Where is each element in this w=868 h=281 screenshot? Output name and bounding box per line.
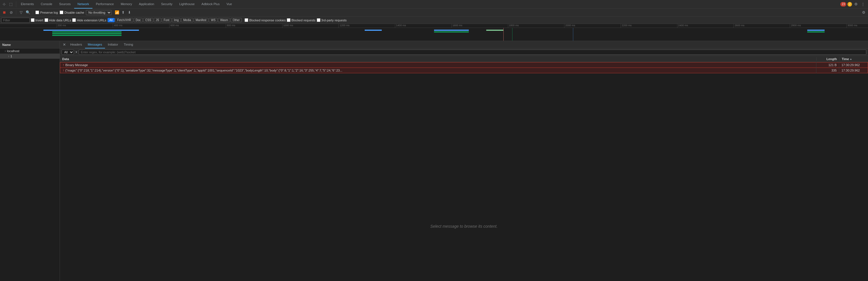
blocked-req-label[interactable]: Blocked requests <box>287 18 315 22</box>
filter-type-ws[interactable]: WS <box>209 18 217 22</box>
invert-label[interactable]: Invert <box>31 18 43 22</box>
ruler-tick: 600 ms <box>169 24 179 28</box>
filter-type-other[interactable]: Other <box>230 18 242 22</box>
record-stop-button[interactable]: ⏹ <box>2 10 7 15</box>
time-column-header[interactable]: Time ▲ <box>839 57 868 61</box>
clear-button[interactable]: ⊘ <box>8 10 14 15</box>
list-item-localhost[interactable]: ↕ localhost <box>0 48 60 54</box>
filter-type-all[interactable]: All <box>107 18 115 22</box>
cursor-icon[interactable]: ⊹ <box>1 1 7 7</box>
net-bar-10 <box>807 31 825 33</box>
messages-filter-input[interactable] <box>79 49 866 55</box>
blocked-cookies-label[interactable]: Blocked response cookies <box>245 18 286 22</box>
filter-type-doc[interactable]: Doc <box>134 18 143 22</box>
blocked-req-checkbox[interactable] <box>287 18 290 22</box>
ruler-tick: 2600 ms <box>733 24 744 28</box>
filter-types: AllFetch/XHRDocCSSJSFontImgMediaManifest… <box>107 18 242 22</box>
wifi-icon[interactable]: 📶 <box>115 10 120 15</box>
hide-ext-urls-label[interactable]: Hide extension URLs <box>72 18 106 22</box>
tab-security[interactable]: Security <box>157 0 176 8</box>
row-data-2: ↑ {"magic":{"0":218,"1":214},"version":{… <box>60 68 816 73</box>
tab-right-area: 23 2 ⚙ ⋮ <box>840 1 868 7</box>
disable-cache-label[interactable]: Disable cache <box>60 10 84 14</box>
tab-vue[interactable]: Vue <box>223 0 236 8</box>
preserve-log-label[interactable]: Preserve log <box>35 10 58 14</box>
left-list: ↕ localhost ↕ 1 <box>0 48 60 281</box>
row-length-1: 121 B <box>816 62 839 68</box>
filter-type-media[interactable]: Media <box>181 18 193 22</box>
tab-application[interactable]: Application <box>135 0 158 8</box>
filter-type-img[interactable]: Img <box>172 18 181 22</box>
throttle-select[interactable]: No throttling <box>86 10 112 15</box>
bottom-message: Select message to browse its content. <box>60 172 868 281</box>
list-item-1[interactable]: ↕ 1 <box>0 54 60 59</box>
devtools-icons: ⊹ ⬚ <box>1 1 16 7</box>
tab-headers[interactable]: Headers <box>67 41 85 48</box>
preserve-log-checkbox[interactable] <box>35 10 39 14</box>
tab-console[interactable]: Console <box>37 0 56 8</box>
tab-adblock[interactable]: Adblock Plus <box>198 0 223 8</box>
filter-type-js[interactable]: JS <box>154 18 161 22</box>
table-row[interactable]: ↑ {"magic":{"0":218,"1":214},"version":{… <box>60 68 868 73</box>
tab-sources[interactable]: Sources <box>56 0 74 8</box>
tab-memory[interactable]: Memory <box>117 0 135 8</box>
row-time-2: 17:30:29.962 <box>839 68 868 73</box>
filter-input[interactable] <box>1 18 30 23</box>
messages-filter-select[interactable]: All <box>62 49 74 55</box>
hide-ext-urls-checkbox[interactable] <box>72 18 76 22</box>
hide-data-urls-label[interactable]: Hide data URLs <box>44 18 71 22</box>
tab-messages[interactable]: Messages <box>85 41 105 48</box>
row-data-1: ↑ Binary Message <box>60 62 816 68</box>
net-bar-4 <box>52 35 122 36</box>
tab-network[interactable]: Network <box>74 0 92 8</box>
filter-dropdown-icon: ▾ <box>75 50 77 54</box>
blocked-cookies-checkbox[interactable] <box>245 18 248 22</box>
main-split: Name ↕ localhost ↕ 1 ✕ Headers Messages … <box>0 41 868 281</box>
tab-lighthouse[interactable]: Lighthouse <box>176 0 198 8</box>
ruler-tick: 1400 ms <box>395 24 406 28</box>
net-bar-3 <box>52 33 122 34</box>
timeline-bar[interactable]: 200 ms400 ms600 ms800 ms1000 ms1200 ms14… <box>0 24 868 41</box>
filter-type-css[interactable]: CSS <box>143 18 153 22</box>
timeline-ruler: 200 ms400 ms600 ms800 ms1000 ms1200 ms14… <box>0 24 868 28</box>
ruler-tick: 400 ms <box>113 24 122 28</box>
third-party-label[interactable]: 3rd-party requests <box>317 18 347 22</box>
tab-performance[interactable]: Performance <box>92 0 117 8</box>
row-length-2: 335 <box>816 68 839 73</box>
net-bar-8 <box>486 30 504 31</box>
table-row[interactable]: ↑ Binary Message 121 B 17:30:29.962 <box>60 62 868 68</box>
arrow-up-icon-2: ↑ <box>62 68 64 72</box>
net-bar-2 <box>52 31 122 33</box>
expand-arrow-1: ↕ <box>8 55 9 58</box>
filter-type-manifest[interactable]: Manifest <box>194 18 209 22</box>
invert-checkbox[interactable] <box>31 18 34 22</box>
filter-type-fetch/xhr[interactable]: Fetch/XHR <box>115 18 133 22</box>
upload-icon[interactable]: ⬆ <box>121 10 126 15</box>
filter-type-font[interactable]: Font <box>162 18 172 22</box>
error-badge: 23 <box>840 2 846 6</box>
ruler-tick: 800 ms <box>226 24 236 28</box>
more-icon[interactable]: ⋮ <box>860 1 866 7</box>
left-panel-header: Name <box>0 41 60 48</box>
filter-icon[interactable]: ▽ <box>19 10 24 15</box>
inspect-icon[interactable]: ⬚ <box>8 1 14 7</box>
filter-type-wasm[interactable]: Wasm <box>218 18 230 22</box>
top-tab-bar: ⊹ ⬚ Elements Console Sources Network Per… <box>0 0 868 8</box>
tab-timing[interactable]: Timing <box>121 41 136 48</box>
timeline-vline-2 <box>512 28 513 41</box>
settings-icon[interactable]: ⚙ <box>853 1 859 7</box>
hide-data-urls-checkbox[interactable] <box>44 18 48 22</box>
right-panel: ✕ Headers Messages Initiator Timing All … <box>60 41 868 281</box>
download-icon[interactable]: ⬇ <box>127 10 132 15</box>
tab-initiator[interactable]: Initiator <box>105 41 121 48</box>
third-party-checkbox[interactable] <box>317 18 320 22</box>
panel-close-button[interactable]: ✕ <box>61 42 67 48</box>
ruler-tick: 1600 ms <box>452 24 463 28</box>
tab-elements[interactable]: Elements <box>18 0 37 8</box>
row-time-1: 17:30:29.962 <box>839 62 868 68</box>
search-button[interactable]: 🔍 <box>25 10 31 15</box>
settings-right-icon[interactable]: ⚙ <box>861 10 866 15</box>
disable-cache-checkbox[interactable] <box>60 10 63 14</box>
net-bar-6 <box>434 30 469 31</box>
panel-tabs: ✕ Headers Messages Initiator Timing <box>60 41 868 48</box>
